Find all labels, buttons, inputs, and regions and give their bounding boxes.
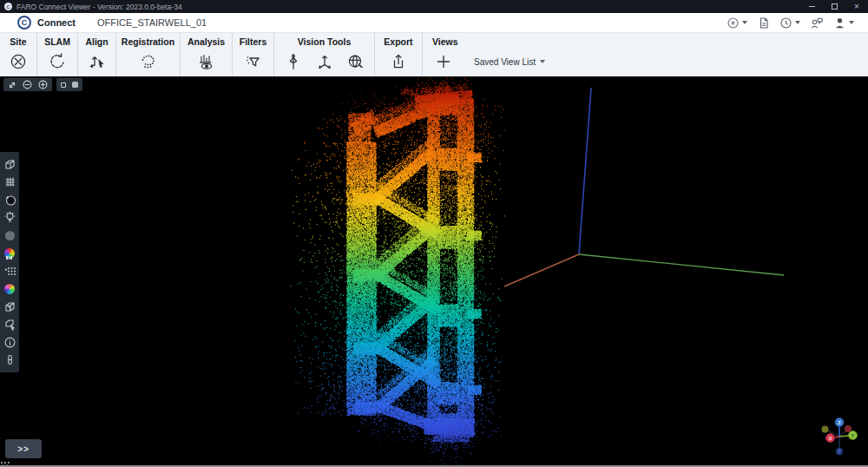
color-sphere-icon[interactable] bbox=[3, 282, 16, 295]
expand-panel-button[interactable]: >> bbox=[5, 439, 42, 458]
bottom-splitter[interactable] bbox=[0, 465, 868, 467]
zoom-out-icon[interactable] bbox=[23, 77, 32, 93]
export-tray-icon bbox=[389, 52, 408, 71]
align-arrows-icon bbox=[88, 52, 107, 71]
filters-button[interactable] bbox=[242, 49, 265, 74]
vision-globe-button[interactable] bbox=[345, 49, 367, 74]
registration-button[interactable] bbox=[137, 49, 160, 74]
ribbon-group-vision-tools-label: Vision Tools bbox=[298, 36, 351, 48]
gizmo-neg-y-ball[interactable] bbox=[822, 426, 829, 433]
user-icon bbox=[833, 16, 846, 30]
ribbon-group-site: Site bbox=[0, 33, 37, 76]
point-grid-icon[interactable] bbox=[3, 265, 16, 278]
deactivate-icon bbox=[727, 16, 740, 30]
document-button[interactable] bbox=[757, 16, 770, 30]
color-wheel-icon[interactable] bbox=[3, 247, 16, 260]
cube-frame-icon[interactable] bbox=[3, 300, 16, 313]
history-button[interactable] bbox=[779, 16, 800, 30]
ruler-icon[interactable] bbox=[3, 353, 16, 366]
point-cloud-icon bbox=[139, 52, 158, 71]
cube-pointer-icon[interactable] bbox=[3, 318, 16, 331]
plumb-line-icon bbox=[284, 52, 303, 71]
analysis-button[interactable] bbox=[195, 49, 218, 74]
ribbon-group-slam-label: SLAM bbox=[44, 36, 70, 48]
viewport-3d: >> Z Z Y X bbox=[0, 78, 868, 467]
grid-icon[interactable] bbox=[3, 175, 16, 188]
info-icon[interactable] bbox=[3, 336, 16, 349]
droplet-circle-icon[interactable] bbox=[3, 194, 16, 207]
square-outline-icon[interactable] bbox=[61, 82, 66, 88]
lightbulb-icon[interactable] bbox=[3, 211, 16, 224]
ribbon-group-site-label: Site bbox=[10, 36, 26, 48]
ribbon-group-registration-label: Registration bbox=[122, 36, 174, 48]
solid-circle-icon[interactable] bbox=[3, 229, 16, 242]
axis-z-line bbox=[579, 88, 591, 254]
caret-down-icon bbox=[742, 21, 747, 24]
site-close-button[interactable] bbox=[7, 49, 30, 74]
app-header: C Connect OFFICE_STAIRWELL_01 bbox=[0, 13, 868, 33]
add-view-button[interactable] bbox=[432, 49, 455, 74]
plus-icon bbox=[435, 53, 452, 70]
square-filled-icon[interactable] bbox=[72, 82, 78, 88]
ribbon-group-slam: SLAM bbox=[37, 33, 78, 76]
ribbon-group-analysis-label: Analysis bbox=[187, 36, 225, 48]
slam-button[interactable] bbox=[46, 49, 69, 74]
project-tab[interactable]: OFFICE_STAIRWELL_01 bbox=[97, 17, 207, 28]
close-button[interactable]: × bbox=[845, 0, 868, 13]
view-mode-controls bbox=[56, 78, 82, 91]
user-button[interactable] bbox=[833, 16, 854, 30]
close-circle-icon bbox=[9, 52, 28, 71]
axis-arrows-icon bbox=[315, 52, 334, 71]
zoom-in-icon[interactable] bbox=[38, 77, 48, 93]
caret-down-icon bbox=[849, 21, 854, 24]
vision-axes-button[interactable] bbox=[313, 49, 336, 74]
contact-button[interactable] bbox=[810, 16, 824, 30]
saved-view-list-label: Saved View List bbox=[474, 57, 536, 67]
ribbon-group-align-label: Align bbox=[85, 36, 108, 48]
ribbon-group-views: Views Saved View List bbox=[423, 33, 868, 76]
histogram-eye-icon bbox=[197, 52, 216, 71]
globe-pencil-icon bbox=[346, 52, 365, 71]
align-button[interactable] bbox=[86, 49, 108, 74]
ribbon-group-vision-tools: Vision Tools bbox=[274, 33, 375, 76]
ribbon-group-filters: Filters bbox=[233, 33, 274, 76]
loop-arrow-icon bbox=[48, 52, 67, 71]
close-icon: × bbox=[854, 3, 859, 11]
view-options-sidebar bbox=[0, 152, 19, 372]
title-bar: C FARO Connect Viewer - Version: 2023.0.… bbox=[0, 0, 868, 13]
cube-icon[interactable] bbox=[3, 158, 16, 171]
axis-x-line bbox=[504, 254, 579, 286]
axis-y-line bbox=[579, 254, 784, 275]
ribbon-group-export-label: Export bbox=[384, 36, 412, 48]
ribbon-group-align: Align bbox=[78, 33, 116, 76]
navigation-gizmo[interactable]: Z Z Y X bbox=[812, 411, 866, 465]
world-axes bbox=[0, 78, 868, 467]
zoom-controls bbox=[3, 78, 52, 91]
caret-down-icon bbox=[540, 60, 545, 63]
resize-grip-icon[interactable] bbox=[1, 457, 10, 467]
maximize-button[interactable] bbox=[823, 0, 845, 13]
contact-icon bbox=[810, 16, 824, 30]
document-icon bbox=[757, 16, 770, 30]
history-icon bbox=[779, 16, 792, 30]
export-button[interactable] bbox=[387, 49, 410, 74]
ribbon-group-views-label: Views bbox=[432, 36, 458, 48]
viewport-toolbar bbox=[3, 78, 82, 91]
ribbon: Site SLAM Align Registration bbox=[0, 33, 868, 78]
maximize-icon bbox=[832, 3, 838, 10]
brand-label: Connect bbox=[37, 17, 76, 28]
saved-view-list-dropdown[interactable]: Saved View List bbox=[474, 57, 545, 67]
minimize-button[interactable] bbox=[800, 0, 823, 13]
minimize-icon bbox=[809, 6, 815, 7]
ribbon-group-export: Export bbox=[375, 33, 423, 76]
ribbon-group-registration: Registration bbox=[116, 33, 181, 76]
gizmo-z-label: Z bbox=[838, 420, 841, 425]
gizmo-y-label: Y bbox=[851, 433, 854, 438]
ribbon-group-analysis: Analysis bbox=[181, 33, 233, 76]
deactivate-button[interactable] bbox=[727, 16, 747, 30]
gizmo-neg-x-ball[interactable] bbox=[845, 425, 852, 432]
diagonal-arrow-icon[interactable] bbox=[8, 77, 16, 93]
vision-plumb-button[interactable] bbox=[282, 49, 305, 74]
filter-funnel-icon bbox=[244, 52, 263, 71]
app-logo-icon: C bbox=[4, 3, 12, 10]
